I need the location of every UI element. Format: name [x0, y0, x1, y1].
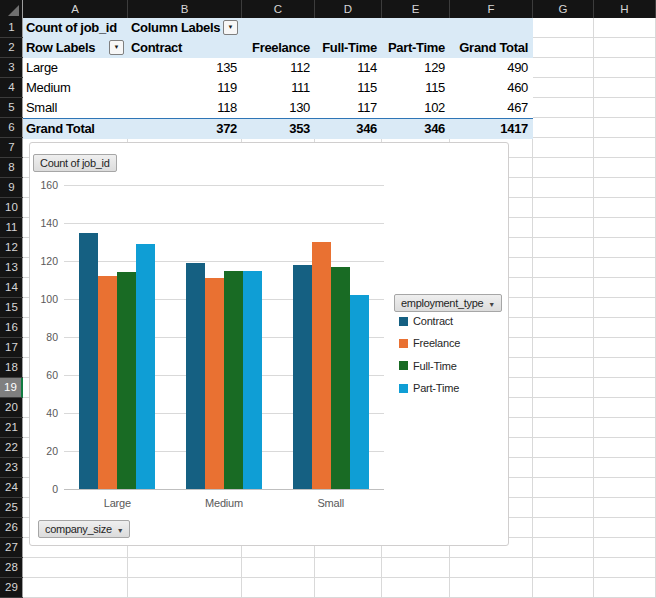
row-header-10[interactable]: 10: [0, 198, 23, 218]
column-header-B[interactable]: B: [128, 0, 242, 18]
pivot-value-cell[interactable]: 490: [450, 58, 533, 78]
pivot-value-cell[interactable]: 117: [315, 98, 382, 118]
row-header-18[interactable]: 18: [0, 358, 23, 378]
pivot-table: Count of job_idColumn Labels▼Row Labels▼…: [23, 18, 533, 138]
row-header-20[interactable]: 20: [0, 398, 23, 418]
legend-item-contract[interactable]: Contract: [399, 315, 453, 327]
bar-freelance-small[interactable]: [312, 242, 331, 489]
row-header-28[interactable]: 28: [0, 558, 23, 578]
pivot-empty-cell[interactable]: [382, 18, 450, 38]
column-header-A[interactable]: A: [23, 0, 128, 18]
pivot-value-cell[interactable]: 467: [450, 98, 533, 118]
column-header-G[interactable]: G: [533, 0, 594, 18]
row-header-7[interactable]: 7: [0, 138, 23, 158]
column-header-H[interactable]: H: [594, 0, 656, 18]
pivot-value-cell[interactable]: 135: [128, 58, 242, 78]
chart-axis-field-button[interactable]: company_size▼: [38, 520, 130, 538]
chart-value-field-button[interactable]: Count of job_id: [33, 154, 117, 172]
row-header-15[interactable]: 15: [0, 298, 23, 318]
row-header-24[interactable]: 24: [0, 478, 23, 498]
pivot-row-labels-cell[interactable]: Row Labels▼: [23, 38, 128, 58]
bar-full-time-large[interactable]: [117, 272, 136, 489]
pivot-value-cell[interactable]: 119: [128, 78, 242, 98]
pivot-row-label[interactable]: Large: [23, 58, 128, 78]
legend-item-full-time[interactable]: Full-Time: [399, 360, 457, 372]
row-header-22[interactable]: 22: [0, 438, 23, 458]
pivot-grand-total-cell[interactable]: 346: [382, 119, 450, 139]
pivot-value-cell[interactable]: 114: [315, 58, 382, 78]
row-labels-filter-dropdown[interactable]: ▼: [109, 40, 124, 55]
bar-freelance-medium[interactable]: [205, 278, 224, 489]
column-header-E[interactable]: E: [382, 0, 450, 18]
gridline: [23, 577, 656, 578]
row-header-11[interactable]: 11: [0, 218, 23, 238]
row-header-12[interactable]: 12: [0, 238, 23, 258]
row-header-strip: 1234567891011121314151617181920212223242…: [0, 18, 23, 598]
legend-item-part-time[interactable]: Part-Time: [399, 382, 459, 394]
pivot-row-label[interactable]: Medium: [23, 78, 128, 98]
row-header-16[interactable]: 16: [0, 318, 23, 338]
bar-part-time-large[interactable]: [136, 244, 155, 489]
row-header-27[interactable]: 27: [0, 538, 23, 558]
bar-part-time-small[interactable]: [350, 295, 369, 489]
pivot-grand-total-cell[interactable]: 346: [315, 119, 382, 139]
pivot-value-cell[interactable]: 102: [382, 98, 450, 118]
bar-part-time-medium[interactable]: [243, 271, 262, 490]
pivot-value-cell[interactable]: 111: [242, 78, 315, 98]
row-header-26[interactable]: 26: [0, 518, 23, 538]
row-header-23[interactable]: 23: [0, 458, 23, 478]
bar-contract-medium[interactable]: [186, 263, 205, 489]
pivot-col-header[interactable]: Freelance: [242, 38, 315, 58]
row-header-5[interactable]: 5: [0, 98, 23, 118]
pivot-column-labels-cell[interactable]: Column Labels▼: [128, 18, 242, 38]
row-header-1[interactable]: 1: [0, 18, 23, 38]
column-labels-filter-dropdown[interactable]: ▼: [223, 20, 238, 35]
legend-item-freelance[interactable]: Freelance: [399, 337, 460, 349]
pivot-empty-cell[interactable]: [315, 18, 382, 38]
row-header-4[interactable]: 4: [0, 78, 23, 98]
pivot-chart[interactable]: Count of job_id020406080100120140160Larg…: [29, 142, 509, 546]
pivot-value-cell[interactable]: 460: [450, 78, 533, 98]
column-header-F[interactable]: F: [450, 0, 533, 18]
bar-contract-large[interactable]: [79, 233, 98, 490]
bar-freelance-large[interactable]: [98, 276, 117, 489]
pivot-value-cell[interactable]: 112: [242, 58, 315, 78]
row-header-9[interactable]: 9: [0, 178, 23, 198]
pivot-col-header[interactable]: Full-Time: [315, 38, 382, 58]
bar-contract-small[interactable]: [293, 265, 312, 489]
x-axis-category-label: Medium: [184, 497, 264, 510]
row-header-29[interactable]: 29: [0, 578, 23, 598]
row-header-17[interactable]: 17: [0, 338, 23, 358]
row-header-14[interactable]: 14: [0, 278, 23, 298]
pivot-grand-total-label[interactable]: Grand Total: [23, 119, 128, 139]
pivot-grand-total-cell[interactable]: 1417: [450, 119, 533, 139]
pivot-value-field-cell[interactable]: Count of job_id: [23, 18, 128, 38]
pivot-value-cell[interactable]: 115: [382, 78, 450, 98]
column-header-C[interactable]: C: [242, 0, 315, 18]
pivot-empty-cell[interactable]: [450, 18, 533, 38]
chart-legend-field-button[interactable]: employment_type▼: [394, 294, 502, 312]
pivot-value-cell[interactable]: 129: [382, 58, 450, 78]
pivot-empty-cell[interactable]: [242, 18, 315, 38]
pivot-col-header[interactable]: Part-Time: [382, 38, 450, 58]
pivot-col-header[interactable]: Grand Total: [450, 38, 533, 58]
row-header-3[interactable]: 3: [0, 58, 23, 78]
row-header-21[interactable]: 21: [0, 418, 23, 438]
pivot-value-cell[interactable]: 118: [128, 98, 242, 118]
select-all-corner[interactable]: [0, 0, 23, 18]
column-header-D[interactable]: D: [315, 0, 382, 18]
pivot-row-label[interactable]: Small: [23, 98, 128, 118]
pivot-value-cell[interactable]: 115: [315, 78, 382, 98]
row-header-6[interactable]: 6: [0, 118, 23, 138]
pivot-col-header[interactable]: Contract: [128, 38, 242, 58]
pivot-grand-total-cell[interactable]: 372: [128, 119, 242, 139]
bar-full-time-small[interactable]: [331, 267, 350, 489]
row-header-13[interactable]: 13: [0, 258, 23, 278]
bar-full-time-medium[interactable]: [224, 271, 243, 490]
row-header-19[interactable]: 19: [0, 378, 23, 398]
row-header-2[interactable]: 2: [0, 38, 23, 58]
row-header-8[interactable]: 8: [0, 158, 23, 178]
row-header-25[interactable]: 25: [0, 498, 23, 518]
pivot-value-cell[interactable]: 130: [242, 98, 315, 118]
pivot-grand-total-cell[interactable]: 353: [242, 119, 315, 139]
